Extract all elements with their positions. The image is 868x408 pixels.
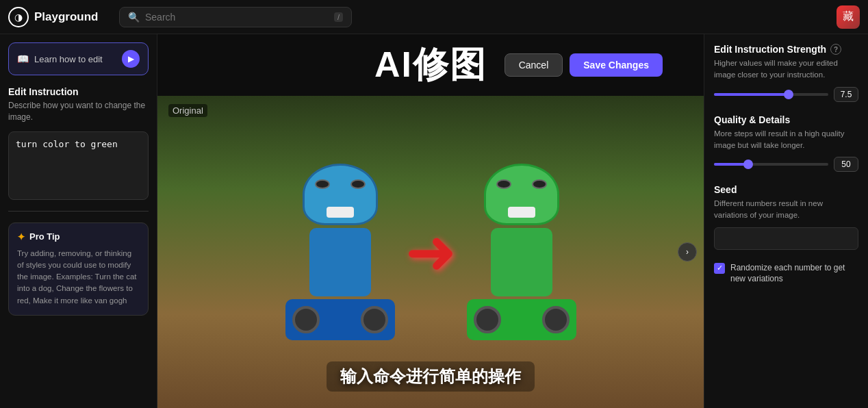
play-icon: ▶ <box>122 50 140 68</box>
star-icon: ✦ <box>17 231 25 242</box>
arrow-icon: ➜ <box>405 221 457 283</box>
right-mouth <box>508 207 535 218</box>
right-wheel-back <box>542 306 570 333</box>
strength-value: 7.5 <box>834 87 858 102</box>
book-icon: 📖 <box>17 53 29 64</box>
learn-label: Learn how to edit <box>34 54 103 64</box>
left-mouth <box>327 207 354 218</box>
left-frog-head <box>303 164 378 225</box>
edit-instruction-desc: Describe how you want to change the imag… <box>8 100 149 123</box>
header: ◑ Playground 🔍 / 藏 <box>0 0 868 34</box>
left-wheel-front <box>292 306 320 333</box>
right-frog-group <box>467 164 576 340</box>
search-icon: 🔍 <box>128 12 140 23</box>
pro-tip-header: ✦ Pro Tip <box>17 231 140 242</box>
strength-info-icon[interactable]: ? <box>830 44 841 55</box>
right-frog-head <box>484 164 559 225</box>
save-changes-button[interactable]: Save Changes <box>570 53 663 77</box>
user-avatar[interactable]: 藏 <box>837 5 860 29</box>
play-triangle: ▶ <box>128 54 134 64</box>
quality-section: Quality & Details More steps will result… <box>714 114 858 173</box>
expand-button[interactable]: › <box>678 242 697 262</box>
quality-slider-track[interactable] <box>714 163 828 166</box>
title-bar: AI修图 Cancel Save Changes <box>157 34 704 96</box>
quality-desc: More steps will result in a high quality… <box>714 128 858 152</box>
randomize-checkbox[interactable]: ✓ <box>714 263 725 274</box>
seed-title: Seed <box>714 184 858 195</box>
left-frog-body <box>309 228 371 296</box>
search-kbd: / <box>334 12 343 22</box>
strength-title: Edit Instruction Strength ? <box>714 44 858 55</box>
quality-slider-thumb <box>743 160 753 169</box>
pro-tip-text: Try adding, removing, or thinking of sty… <box>17 248 140 307</box>
right-motorcycle <box>467 299 576 340</box>
left-frog-group <box>285 164 395 340</box>
edit-instruction-section: Edit Instruction Describe how you want t… <box>8 84 149 123</box>
strength-slider-fill <box>714 93 789 96</box>
seed-input[interactable] <box>714 227 858 250</box>
center-area: AI修图 Cancel Save Changes <box>157 34 704 408</box>
quality-slider-row: 50 <box>714 157 858 172</box>
separator <box>8 211 149 212</box>
randomize-label: Randomize each number to get new variati… <box>730 262 858 285</box>
original-label: Original <box>168 104 207 117</box>
overlay-text: 输入命令进行简单的操作 <box>327 361 535 392</box>
strength-slider-track[interactable] <box>714 93 828 96</box>
quality-value: 50 <box>834 157 858 172</box>
left-goggle-left <box>315 179 330 189</box>
right-goggle-left <box>496 179 511 189</box>
left-goggle-right <box>350 179 366 189</box>
seed-section: Seed Different numbers result in new var… <box>714 184 858 250</box>
strength-section: Edit Instruction Strength ? Higher value… <box>714 44 858 102</box>
left-motorcycle <box>285 299 395 340</box>
search-bar[interactable]: 🔍 / <box>119 7 352 27</box>
right-wheel-front <box>474 306 501 333</box>
image-area: ➜ Original 输入命令进行简单的操 <box>157 96 704 408</box>
cancel-button[interactable]: Cancel <box>505 53 563 77</box>
strength-desc: Higher values will make your edited imag… <box>714 58 858 81</box>
left-sidebar: 📖 Learn how to edit ▶ Edit Instruction D… <box>0 34 157 408</box>
logo-area: ◑ Playground <box>8 7 111 27</box>
page-title: AI修图 <box>374 41 487 89</box>
edit-instruction-title: Edit Instruction <box>8 86 149 97</box>
left-wheel-back <box>361 306 388 333</box>
pro-tip-title: Pro Tip <box>29 231 60 242</box>
quality-title: Quality & Details <box>714 114 858 125</box>
seed-desc: Different numbers result in new variatio… <box>714 198 858 222</box>
logo-icon: ◑ <box>8 7 29 27</box>
right-frog-body <box>491 228 552 296</box>
right-goggle-right <box>532 179 547 189</box>
pro-tip-card: ✦ Pro Tip Try adding, removing, or think… <box>8 222 149 316</box>
right-sidebar: Edit Instruction Strength ? Higher value… <box>704 34 868 408</box>
learn-how-to-edit-button[interactable]: 📖 Learn how to edit ▶ <box>8 42 149 75</box>
randomize-row: ✓ Randomize each number to get new varia… <box>714 262 858 285</box>
logo-text: Playground <box>34 10 99 24</box>
search-input[interactable] <box>145 12 329 23</box>
strength-slider-thumb <box>784 90 793 99</box>
header-right: 藏 <box>837 5 860 29</box>
main-layout: 📖 Learn how to edit ▶ Edit Instruction D… <box>0 34 868 408</box>
strength-slider-row: 7.5 <box>714 87 858 102</box>
learn-btn-left: 📖 Learn how to edit <box>17 53 103 64</box>
instruction-textarea[interactable]: turn color to green <box>8 131 149 200</box>
action-buttons: Cancel Save Changes <box>505 53 663 77</box>
